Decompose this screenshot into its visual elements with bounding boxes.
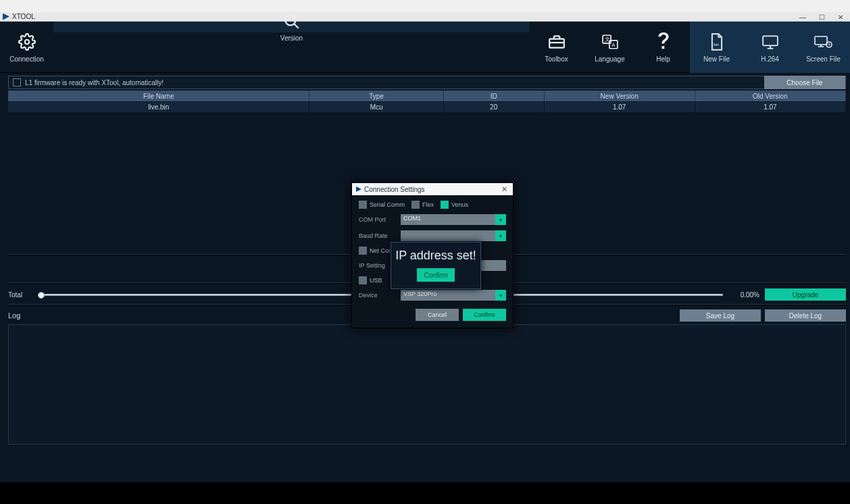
chevron-down-icon: ▾ <box>495 290 506 301</box>
flex-checkbox[interactable]: Flex <box>411 201 434 209</box>
window-maximize-button[interactable]: ☐ <box>812 12 831 22</box>
baud-rate-select[interactable]: ▾ <box>401 230 506 241</box>
device-label: Device <box>359 292 397 299</box>
dialog-cancel-button[interactable]: Cancel <box>416 309 459 321</box>
chevron-down-icon: ▾ <box>495 230 506 241</box>
baud-rate-label: Baud Rate <box>359 232 397 239</box>
dialog-close-button[interactable]: ✕ <box>499 184 509 194</box>
window-close-button[interactable]: ✕ <box>831 12 850 22</box>
com-port-select[interactable]: COM1▾ <box>401 214 506 225</box>
dialog-confirm-button[interactable]: Confirm <box>463 309 506 321</box>
venus-checkbox[interactable]: Venus <box>441 201 468 209</box>
device-select[interactable]: VSP 320Pro▾ <box>401 290 506 301</box>
chevron-down-icon: ▾ <box>495 214 506 225</box>
ip-set-message: IP address set! <box>395 248 476 263</box>
dialog-title-bar[interactable]: Connection Settings ✕ <box>352 183 513 195</box>
modal-overlay: Connection Settings ✕ Serial Comm Flex V… <box>0 22 850 504</box>
ip-set-confirm-button[interactable]: Confirm <box>417 268 455 282</box>
window-title-bar: XTOOL <box>0 12 850 22</box>
dialog-logo-icon <box>356 186 361 192</box>
app-title: XTOOL <box>12 13 35 20</box>
serial-comm-checkbox[interactable]: Serial Comm <box>359 201 405 209</box>
window-minimize-button[interactable]: — <box>793 12 812 22</box>
dialog-title: Connection Settings <box>364 186 497 193</box>
usb-checkbox[interactable]: USB <box>359 276 382 284</box>
app-logo-icon <box>3 14 9 20</box>
com-port-label: COM Port <box>359 216 397 223</box>
ip-set-popup: IP address set! Confirm <box>391 242 481 289</box>
